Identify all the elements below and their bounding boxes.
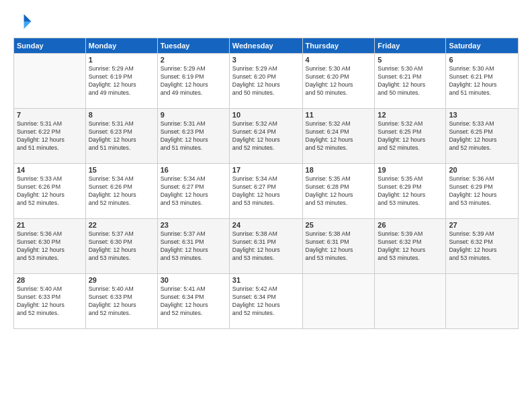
calendar-day-cell: 4Sunrise: 5:30 AM Sunset: 6:20 PM Daylig… (302, 54, 375, 109)
day-number: 15 (89, 166, 154, 174)
day-info: Sunrise: 5:33 AM Sunset: 6:26 PM Dayligh… (17, 175, 83, 208)
calendar-header-row: SundayMondayTuesdayWednesdayThursdayFrid… (14, 38, 519, 54)
day-info: Sunrise: 5:39 AM Sunset: 6:32 PM Dayligh… (449, 230, 515, 263)
day-info: Sunrise: 5:37 AM Sunset: 6:30 PM Dayligh… (89, 230, 154, 263)
day-info: Sunrise: 5:37 AM Sunset: 6:31 PM Dayligh… (161, 230, 226, 263)
calendar-day-cell: 31Sunrise: 5:42 AM Sunset: 6:34 PM Dayli… (229, 274, 302, 329)
calendar-week-row: 1Sunrise: 5:29 AM Sunset: 6:19 PM Daylig… (14, 54, 519, 109)
calendar-day-cell: 13Sunrise: 5:33 AM Sunset: 6:25 PM Dayli… (446, 109, 519, 164)
day-number: 17 (232, 166, 300, 174)
calendar-day-cell: 27Sunrise: 5:39 AM Sunset: 6:32 PM Dayli… (446, 219, 519, 274)
calendar-day-cell: 18Sunrise: 5:35 AM Sunset: 6:28 PM Dayli… (302, 164, 375, 219)
day-info: Sunrise: 5:36 AM Sunset: 6:30 PM Dayligh… (17, 230, 83, 263)
day-number: 26 (378, 221, 443, 229)
day-number: 31 (232, 276, 300, 284)
day-number: 13 (449, 111, 515, 119)
day-info: Sunrise: 5:29 AM Sunset: 6:20 PM Dayligh… (232, 65, 300, 97)
day-info: Sunrise: 5:31 AM Sunset: 6:23 PM Dayligh… (89, 120, 154, 152)
day-number: 21 (17, 221, 83, 229)
weekday-header: Friday (375, 38, 446, 54)
calendar-day-cell: 12Sunrise: 5:32 AM Sunset: 6:25 PM Dayli… (375, 109, 446, 164)
day-info: Sunrise: 5:29 AM Sunset: 6:19 PM Dayligh… (89, 65, 154, 97)
day-info: Sunrise: 5:35 AM Sunset: 6:28 PM Dayligh… (306, 175, 372, 208)
day-number: 4 (306, 56, 372, 64)
day-number: 3 (232, 56, 300, 64)
calendar-day-cell: 28Sunrise: 5:40 AM Sunset: 6:33 PM Dayli… (14, 274, 86, 329)
day-info: Sunrise: 5:41 AM Sunset: 6:34 PM Dayligh… (161, 285, 226, 318)
header (13, 12, 519, 31)
calendar-table: SundayMondayTuesdayWednesdayThursdayFrid… (13, 38, 519, 329)
calendar-day-cell (375, 274, 446, 329)
day-info: Sunrise: 5:40 AM Sunset: 6:33 PM Dayligh… (89, 285, 154, 318)
day-number: 16 (161, 166, 226, 174)
day-number: 18 (306, 166, 372, 174)
day-number: 30 (161, 276, 226, 284)
day-info: Sunrise: 5:36 AM Sunset: 6:29 PM Dayligh… (449, 175, 515, 208)
day-info: Sunrise: 5:40 AM Sunset: 6:33 PM Dayligh… (17, 285, 83, 318)
calendar-week-row: 21Sunrise: 5:36 AM Sunset: 6:30 PM Dayli… (14, 219, 519, 274)
day-info: Sunrise: 5:42 AM Sunset: 6:34 PM Dayligh… (232, 285, 300, 318)
day-info: Sunrise: 5:32 AM Sunset: 6:25 PM Dayligh… (378, 120, 443, 152)
day-number: 23 (161, 221, 226, 229)
calendar-day-cell: 5Sunrise: 5:30 AM Sunset: 6:21 PM Daylig… (375, 54, 446, 109)
calendar-day-cell: 24Sunrise: 5:38 AM Sunset: 6:31 PM Dayli… (229, 219, 302, 274)
weekday-header: Wednesday (229, 38, 302, 54)
calendar-day-cell: 7Sunrise: 5:31 AM Sunset: 6:22 PM Daylig… (14, 109, 86, 164)
day-number: 8 (89, 111, 154, 119)
day-info: Sunrise: 5:29 AM Sunset: 6:19 PM Dayligh… (161, 65, 226, 97)
calendar-day-cell: 16Sunrise: 5:34 AM Sunset: 6:27 PM Dayli… (157, 164, 229, 219)
calendar-day-cell: 17Sunrise: 5:34 AM Sunset: 6:27 PM Dayli… (229, 164, 302, 219)
day-info: Sunrise: 5:30 AM Sunset: 6:21 PM Dayligh… (378, 65, 443, 97)
day-number: 10 (232, 111, 300, 119)
day-info: Sunrise: 5:34 AM Sunset: 6:27 PM Dayligh… (232, 175, 300, 208)
calendar-day-cell: 21Sunrise: 5:36 AM Sunset: 6:30 PM Dayli… (14, 219, 86, 274)
logo-icon (13, 12, 32, 31)
logo (13, 12, 34, 31)
calendar-day-cell (14, 54, 86, 109)
day-info: Sunrise: 5:34 AM Sunset: 6:27 PM Dayligh… (161, 175, 226, 208)
day-number: 9 (161, 111, 226, 119)
day-number: 14 (17, 166, 83, 174)
day-number: 2 (161, 56, 226, 64)
calendar-day-cell: 26Sunrise: 5:39 AM Sunset: 6:32 PM Dayli… (375, 219, 446, 274)
day-info: Sunrise: 5:31 AM Sunset: 6:22 PM Dayligh… (17, 120, 83, 152)
calendar-day-cell: 11Sunrise: 5:32 AM Sunset: 6:24 PM Dayli… (302, 109, 375, 164)
day-number: 24 (232, 221, 300, 229)
weekday-header: Sunday (14, 38, 86, 54)
day-number: 27 (449, 221, 515, 229)
day-info: Sunrise: 5:33 AM Sunset: 6:25 PM Dayligh… (449, 120, 515, 152)
svg-marker-0 (24, 14, 32, 21)
day-number: 12 (378, 111, 443, 119)
weekday-header: Saturday (446, 38, 519, 54)
day-number: 5 (378, 56, 443, 64)
day-info: Sunrise: 5:39 AM Sunset: 6:32 PM Dayligh… (378, 230, 443, 263)
calendar-day-cell: 1Sunrise: 5:29 AM Sunset: 6:19 PM Daylig… (85, 54, 157, 109)
calendar-day-cell: 20Sunrise: 5:36 AM Sunset: 6:29 PM Dayli… (446, 164, 519, 219)
calendar-day-cell: 14Sunrise: 5:33 AM Sunset: 6:26 PM Dayli… (14, 164, 86, 219)
weekday-header: Tuesday (157, 38, 229, 54)
day-number: 7 (17, 111, 83, 119)
day-info: Sunrise: 5:34 AM Sunset: 6:26 PM Dayligh… (89, 175, 154, 208)
calendar-day-cell: 22Sunrise: 5:37 AM Sunset: 6:30 PM Dayli… (85, 219, 157, 274)
day-info: Sunrise: 5:30 AM Sunset: 6:20 PM Dayligh… (306, 65, 372, 97)
calendar-week-row: 28Sunrise: 5:40 AM Sunset: 6:33 PM Dayli… (14, 274, 519, 329)
day-number: 6 (449, 56, 515, 64)
day-info: Sunrise: 5:32 AM Sunset: 6:24 PM Dayligh… (306, 120, 372, 152)
calendar-day-cell: 15Sunrise: 5:34 AM Sunset: 6:26 PM Dayli… (85, 164, 157, 219)
day-number: 22 (89, 221, 154, 229)
day-number: 20 (449, 166, 515, 174)
day-number: 19 (378, 166, 443, 174)
calendar-day-cell (446, 274, 519, 329)
day-number: 29 (89, 276, 154, 284)
day-info: Sunrise: 5:30 AM Sunset: 6:21 PM Dayligh… (449, 65, 515, 97)
calendar-day-cell: 10Sunrise: 5:32 AM Sunset: 6:24 PM Dayli… (229, 109, 302, 164)
calendar-day-cell: 25Sunrise: 5:38 AM Sunset: 6:31 PM Dayli… (302, 219, 375, 274)
calendar-day-cell: 3Sunrise: 5:29 AM Sunset: 6:20 PM Daylig… (229, 54, 302, 109)
day-info: Sunrise: 5:32 AM Sunset: 6:24 PM Dayligh… (232, 120, 300, 152)
day-number: 28 (17, 276, 83, 284)
calendar-day-cell: 23Sunrise: 5:37 AM Sunset: 6:31 PM Dayli… (157, 219, 229, 274)
day-info: Sunrise: 5:38 AM Sunset: 6:31 PM Dayligh… (232, 230, 300, 263)
calendar-day-cell: 6Sunrise: 5:30 AM Sunset: 6:21 PM Daylig… (446, 54, 519, 109)
day-info: Sunrise: 5:35 AM Sunset: 6:29 PM Dayligh… (378, 175, 443, 208)
weekday-header: Monday (85, 38, 157, 54)
